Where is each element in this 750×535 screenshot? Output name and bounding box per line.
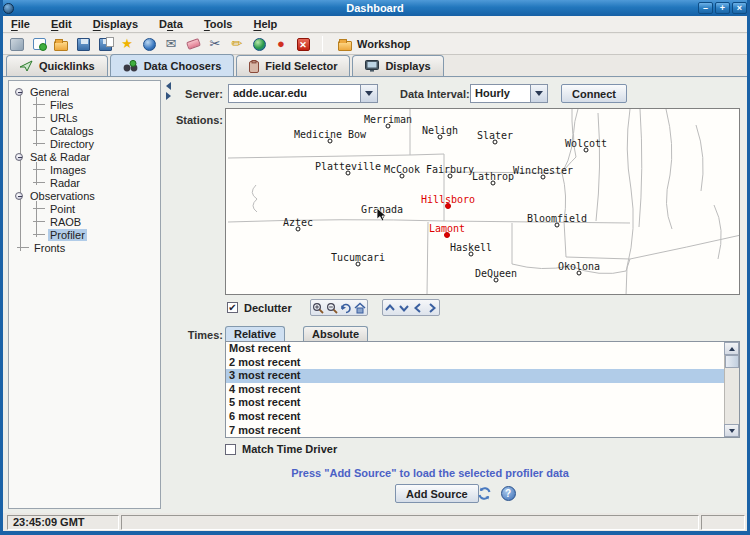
pan-left-icon[interactable] xyxy=(411,300,425,315)
combo-arrow-icon[interactable] xyxy=(360,85,377,102)
workshop-label: Workshop xyxy=(357,38,411,50)
tree-item-observations[interactable]: Observations xyxy=(9,189,160,202)
tree-item-images[interactable]: Images xyxy=(9,163,160,176)
menu-file[interactable]: File xyxy=(11,18,30,30)
tree-item-fronts[interactable]: Fronts xyxy=(9,241,160,254)
station-marker[interactable] xyxy=(491,181,496,186)
station-marker[interactable] xyxy=(356,262,361,267)
station-marker[interactable] xyxy=(584,148,589,153)
menu-help[interactable]: Help xyxy=(253,18,277,30)
station-marker[interactable] xyxy=(577,271,582,276)
time-option[interactable]: 6 most recent xyxy=(226,410,739,424)
tree-item-catalogs[interactable]: Catalogs xyxy=(9,124,160,137)
station-marker[interactable] xyxy=(386,124,391,129)
time-option[interactable]: 7 most recent xyxy=(226,424,739,438)
station-marker[interactable] xyxy=(469,252,474,257)
paper-plane-icon xyxy=(19,60,33,72)
match-time-driver-checkbox[interactable] xyxy=(225,444,236,455)
station-marker[interactable] xyxy=(448,174,453,179)
edit-icon[interactable]: ✏ xyxy=(229,36,245,52)
reload-icon[interactable] xyxy=(476,485,492,501)
tab-data-choosers[interactable]: Data Choosers xyxy=(110,54,235,76)
tree-connector xyxy=(33,143,45,144)
cut-icon[interactable]: ✂ xyxy=(207,36,223,52)
globe-icon[interactable] xyxy=(251,36,267,52)
station-marker[interactable] xyxy=(346,171,351,176)
help-icon[interactable]: ? xyxy=(500,485,516,501)
tree-item-files[interactable]: Files xyxy=(9,98,160,111)
tree-item-point[interactable]: Point xyxy=(9,202,160,215)
support-icon[interactable] xyxy=(141,36,157,52)
station-marker[interactable] xyxy=(400,174,405,179)
memory-cell xyxy=(701,515,745,530)
menu-edit[interactable]: Edit xyxy=(51,18,72,30)
title-bar[interactable]: Dashboard – + × xyxy=(0,0,750,16)
station-marker[interactable] xyxy=(541,175,546,180)
tab-displays[interactable]: Displays xyxy=(352,55,443,76)
zoom-out-icon[interactable] xyxy=(325,300,339,315)
eraser-icon[interactable] xyxy=(185,36,201,52)
scroll-down-icon[interactable] xyxy=(724,424,739,437)
pan-right-icon[interactable] xyxy=(425,300,439,315)
time-option[interactable]: Most recent xyxy=(226,342,739,356)
station-marker[interactable] xyxy=(555,223,560,228)
save-as-icon[interactable] xyxy=(97,36,113,52)
station-marker[interactable] xyxy=(494,278,499,283)
scrollbar-thumb[interactable] xyxy=(725,355,739,368)
tree-item-directory[interactable]: Directory xyxy=(9,137,160,150)
zoom-in-icon[interactable] xyxy=(311,300,325,315)
data-interval-combobox[interactable]: Hourly xyxy=(470,84,548,103)
tree-item-label: Files xyxy=(48,99,75,111)
collapse-left-icon[interactable] xyxy=(166,82,171,90)
tab-field-selector[interactable]: Field Selector xyxy=(236,55,350,76)
tree-item-raob[interactable]: RAOB xyxy=(9,215,160,228)
connect-button[interactable]: Connect xyxy=(561,84,627,103)
station-marker[interactable] xyxy=(438,135,443,140)
add-source-button[interactable]: Add Source xyxy=(395,484,479,503)
times-scrollbar[interactable] xyxy=(724,342,739,437)
combo-arrow-icon[interactable] xyxy=(530,85,547,102)
declutter-checkbox[interactable]: ✔ xyxy=(227,302,238,313)
mail-icon[interactable]: ✉ xyxy=(163,36,179,52)
tree-expand-handle[interactable] xyxy=(15,192,23,200)
station-marker[interactable] xyxy=(328,139,333,144)
scroll-up-icon[interactable] xyxy=(724,342,739,355)
workshop-button[interactable]: Workshop xyxy=(334,37,415,52)
server-combobox[interactable]: adde.ucar.edu xyxy=(228,84,378,103)
times-tab-absolute[interactable]: Absolute xyxy=(303,326,368,341)
show-dashboard-icon[interactable] xyxy=(9,36,25,52)
save-icon[interactable] xyxy=(75,36,91,52)
menu-data[interactable]: Data xyxy=(159,18,183,30)
tree-expand-handle[interactable] xyxy=(15,153,23,161)
time-option[interactable]: 4 most recent xyxy=(226,383,739,397)
time-option[interactable]: 5 most recent xyxy=(226,396,739,410)
stop-icon[interactable]: ✕ xyxy=(295,36,311,52)
tree-item-profiler[interactable]: Profiler xyxy=(9,228,160,241)
split-pane-divider[interactable] xyxy=(162,80,174,509)
record-icon[interactable]: ● xyxy=(273,36,289,52)
station-map[interactable]: MerrimanMedicine BowNelighSlaterWolcottP… xyxy=(225,108,740,295)
pan-down-icon[interactable] xyxy=(397,300,411,315)
times-tab-relative[interactable]: Relative xyxy=(225,326,285,341)
tree-item-urls[interactable]: URLs xyxy=(9,111,160,124)
tree-item-sat-radar[interactable]: Sat & Radar xyxy=(9,150,160,163)
expand-right-icon[interactable] xyxy=(166,92,171,100)
pan-up-icon[interactable] xyxy=(383,300,397,315)
station-marker[interactable] xyxy=(296,227,301,232)
station-marker[interactable] xyxy=(445,203,451,209)
station-marker[interactable] xyxy=(493,140,498,145)
time-option[interactable]: 2 most recent xyxy=(226,356,739,370)
time-option[interactable]: 3 most recent xyxy=(226,369,739,383)
home-icon[interactable] xyxy=(353,300,367,315)
menu-displays[interactable]: Displays xyxy=(93,18,138,30)
tab-quicklinks[interactable]: Quicklinks xyxy=(6,55,108,76)
tree-item-radar[interactable]: Radar xyxy=(9,176,160,189)
station-marker[interactable] xyxy=(444,232,450,238)
favorites-icon[interactable]: ★ xyxy=(119,36,135,52)
menu-tools[interactable]: Tools xyxy=(204,18,233,30)
open-file-icon[interactable] xyxy=(53,36,69,52)
tree-item-general[interactable]: General xyxy=(9,85,160,98)
undo-zoom-icon[interactable] xyxy=(339,300,353,315)
new-display-icon[interactable] xyxy=(31,36,47,52)
tree-expand-handle[interactable] xyxy=(15,88,23,96)
